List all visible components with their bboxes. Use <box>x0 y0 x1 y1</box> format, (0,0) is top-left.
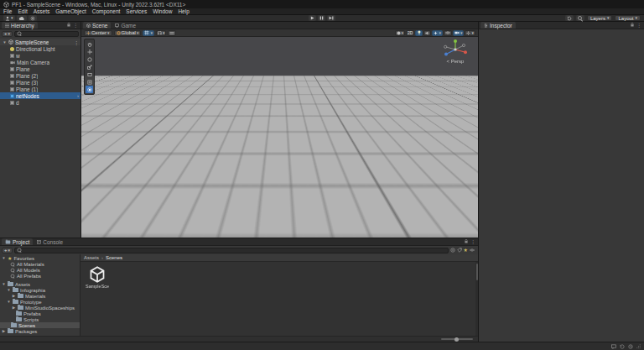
small-scene-dot[interactable] <box>335 175 336 177</box>
hierarchy-item[interactable]: Plane (3) <box>0 79 80 86</box>
create-asset-button[interactable]: + ▾ <box>2 248 13 253</box>
tree-row[interactable]: ▶ MiniStudioSpaceships <box>0 305 80 311</box>
prefab-open-arrow-icon[interactable]: › <box>77 92 79 99</box>
rect-tool-button[interactable] <box>86 71 93 78</box>
asset-item[interactable]: SampleSce... <box>86 266 109 289</box>
snap-increment-dropdown[interactable]: ▾ <box>156 30 167 36</box>
kebab-menu-icon[interactable]: ⋮ <box>470 238 475 244</box>
breadcrumb-current[interactable]: Scenes <box>106 255 122 260</box>
account-button[interactable]: ▾ <box>3 15 15 21</box>
activity-indicator-icon[interactable] <box>628 344 633 349</box>
hierarchy-item[interactable]: Plane (2) <box>0 72 80 79</box>
hidden-packages-icon[interactable] <box>470 248 475 252</box>
tree-row[interactable]: Prefabs <box>0 311 80 316</box>
expander-icon[interactable]: ▼ <box>3 40 7 44</box>
snap-settings-button[interactable] <box>168 30 176 36</box>
rotate-tool-button[interactable] <box>86 55 93 63</box>
kebab-menu-icon[interactable]: ⋮ <box>73 22 78 28</box>
thumbnail-zoom-slider[interactable] <box>441 338 473 340</box>
menu-component[interactable]: Component <box>92 8 121 14</box>
2d-toggle[interactable]: 2D <box>406 30 414 36</box>
tree-row[interactable]: All Prefabs <box>0 273 80 279</box>
lock-icon[interactable] <box>67 23 70 27</box>
hierarchy-item[interactable]: Directional Light <box>0 45 80 52</box>
save-search-icon[interactable]: ★ <box>464 248 468 253</box>
menu-assets[interactable]: Assets <box>34 8 50 14</box>
transform-tool-button[interactable] <box>86 78 93 86</box>
menu-edit[interactable]: Edit <box>18 8 27 14</box>
gizmo-projection-label[interactable]: < Persp <box>439 59 471 64</box>
tab-hierarchy[interactable]: Hierarchy <box>2 22 38 29</box>
scale-tool-button[interactable] <box>86 63 93 71</box>
tree-row[interactable]: Scripts <box>0 316 80 322</box>
hierarchy-search-input[interactable] <box>14 31 79 37</box>
hierarchy-item[interactable]: d <box>0 99 80 106</box>
search-by-type-icon[interactable] <box>450 248 455 253</box>
hierarchy-scene-root[interactable]: ▼ SampleScene ⋮ <box>0 39 80 45</box>
menu-services[interactable]: Services <box>126 8 147 14</box>
undo-history-button[interactable] <box>565 15 574 21</box>
sync-status-icon[interactable] <box>620 344 625 349</box>
layout-dropdown[interactable]: Layout ▾ <box>615 15 641 21</box>
tree-row[interactable]: ▼ ★ Favorites <box>0 255 80 261</box>
hierarchy-item[interactable]: Plane (1) <box>0 86 80 92</box>
settings-button[interactable] <box>29 15 37 21</box>
tree-row[interactable]: ▶ Materials <box>0 293 80 299</box>
lighting-toggle[interactable] <box>415 30 423 36</box>
tree-row[interactable]: ▼ Infographia <box>0 287 80 293</box>
hierarchy-item[interactable]: Main Camera <box>0 59 80 65</box>
tree-row[interactable]: All Materials <box>0 261 80 267</box>
console-message-icon[interactable] <box>611 344 616 349</box>
slider-knob[interactable] <box>454 337 459 342</box>
tab-console[interactable]: Console <box>34 238 66 245</box>
gizmos-dropdown[interactable]: ▾ <box>465 30 475 36</box>
draw-mode-dropdown[interactable]: ▾ <box>395 30 406 36</box>
menu-file[interactable]: File <box>3 8 12 14</box>
play-button[interactable] <box>309 15 316 21</box>
search-by-label-icon[interactable] <box>457 248 462 253</box>
breadcrumb-root[interactable]: Assets <box>84 255 99 260</box>
audio-toggle[interactable] <box>423 30 431 36</box>
tab-project[interactable]: Project <box>2 238 33 245</box>
expander-icon[interactable]: ▶ <box>12 294 16 298</box>
custom-tool-button[interactable] <box>86 86 93 93</box>
menu-help[interactable]: Help <box>178 8 189 14</box>
tab-inspector[interactable]: Inspector <box>480 22 516 29</box>
tree-row[interactable]: ▶ Packages <box>0 328 80 334</box>
tree-row-selected[interactable]: Scenes <box>0 322 80 328</box>
menu-window[interactable]: Window <box>153 8 172 14</box>
expander-icon[interactable]: ▼ <box>7 300 11 304</box>
cloud-button[interactable] <box>17 15 27 21</box>
content-scrollbar[interactable] <box>475 262 478 336</box>
resize-grip-icon[interactable] <box>636 344 641 348</box>
expander-icon[interactable]: ▶ <box>12 306 16 310</box>
grid-snapping-toggle[interactable]: ▾ <box>143 30 154 36</box>
move-tool-button[interactable] <box>86 48 93 55</box>
tree-row[interactable]: All Models <box>0 267 80 273</box>
light-gizmo-sphere[interactable] <box>342 126 346 130</box>
layers-dropdown[interactable]: Layers ▾ <box>587 15 613 21</box>
hierarchy-item[interactable]: w <box>0 52 80 59</box>
lock-icon[interactable] <box>465 239 468 243</box>
pause-button[interactable] <box>318 15 325 21</box>
search-everywhere-button[interactable] <box>576 15 584 21</box>
scene-visibility-toggle[interactable] <box>444 30 452 36</box>
tree-row[interactable]: ▼ Prototype <box>0 299 80 305</box>
camera-settings-dropdown[interactable]: ▾ <box>453 30 465 36</box>
kebab-menu-icon[interactable]: ⋮ <box>74 39 79 45</box>
project-search-input[interactable] <box>14 248 449 253</box>
kebab-menu-icon[interactable]: ⋮ <box>636 22 641 28</box>
effects-dropdown[interactable]: ▾ <box>432 30 443 36</box>
spaceship-dark[interactable] <box>180 217 194 225</box>
tool-handle-rotation-dropdown[interactable]: Global ▾ <box>114 30 142 36</box>
expander-icon[interactable]: ▶ <box>2 329 6 333</box>
hierarchy-item[interactable]: Plane <box>0 65 80 72</box>
spaceship-selected[interactable] <box>281 114 301 126</box>
orientation-gizmo[interactable]: < Persp <box>439 39 471 64</box>
tab-game[interactable]: Game <box>112 22 139 29</box>
step-button[interactable] <box>327 15 335 21</box>
menu-gameobject[interactable]: GameObject <box>55 8 86 14</box>
tab-scene[interactable]: Scene <box>83 22 111 29</box>
create-object-button[interactable]: + ▾ <box>2 31 13 37</box>
view-hand-tool-button[interactable] <box>86 40 93 48</box>
